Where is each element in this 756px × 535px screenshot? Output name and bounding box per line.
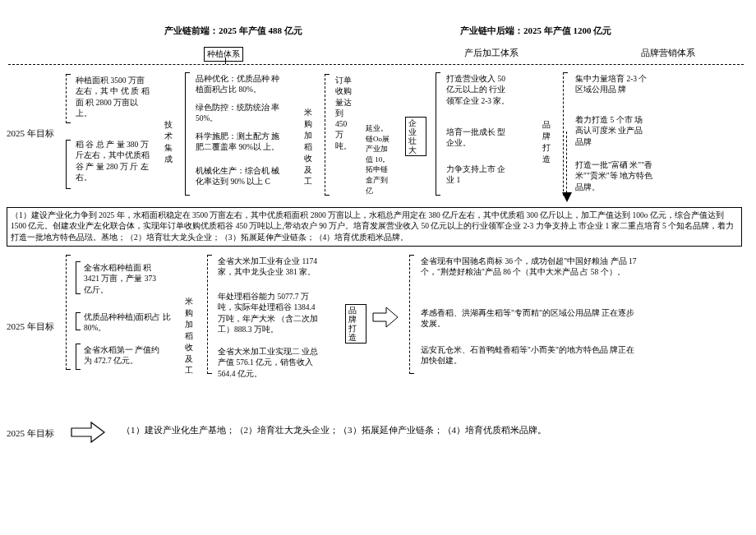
primary-value: 全省水稻第一 产值约为 472.7 亿元。 (84, 345, 166, 367)
regional-brand: 集中力量培育 2-3 个区域公用品 牌 (575, 74, 649, 96)
bracket-icon (563, 72, 568, 196)
mid-chain-title: 产业链中后端：2025 年产值 1200 亿元 (460, 25, 611, 37)
dashed-line (566, 131, 567, 197)
bracket-icon (66, 140, 71, 189)
top-horizontal-divider (8, 64, 744, 65)
arrow-right-icon (371, 306, 399, 329)
arrow-down-icon (562, 192, 572, 202)
processing-value: 全省大米加工业实现二 业总产值 576.1 亿元，销售收入 564.4 亿元。 (218, 347, 323, 380)
processing-capacity: 年处理稻谷能力 5077.7 万吨，实际年处理稻谷 1384.4 万吨，年产大米… (218, 292, 323, 335)
rice-purchase-col-2: 米购加稻收及工 (185, 296, 196, 376)
bracket-icon (436, 72, 440, 196)
front-chain-title: 产业链前端：2025 年产值 488 亿元 (164, 25, 302, 37)
bottom-tasks: （1）建设产业化生产基地；（2）培育壮大龙头企业；（3）拓展延伸产业链条；（4）… (122, 424, 582, 436)
mechanization: 机械化生产：综合机 械化率达到 90% 以上 C (196, 166, 286, 188)
regional-brand-status: 孝感香稻、洪湖再生稻等"专而精"的区域公用品牌 正在逐步发展。 (421, 308, 643, 330)
rice-purchase-col: 米购加稻收及工 (304, 107, 316, 187)
post-process-system: 产后加工体系 (464, 47, 519, 59)
trademark-status: 全省现有中国驰名商标 36 个，成功创超"中国好粮油 产品 17 个，"荆楚好粮… (421, 256, 643, 279)
green-control: 绿色防控：统防统治 率 50%。 (196, 103, 286, 125)
bracket-icon (66, 255, 71, 370)
variety-optimization: 品种优化：优质品种 种植面积占比 80%。 (196, 74, 286, 96)
local-brand-status: 远安瓦仓米、石首鸭蛙香稻等"小而美"的地方特色品 牌正在加快创建。 (421, 345, 643, 367)
quality-ratio: 优质品种种植)面积占 比 80%。 (84, 312, 174, 334)
planting-area-target: 种植面积 3500 万亩左右，其 中 优 质 稻 面 积 2800 万亩以上。 (76, 76, 150, 119)
planting-system-box: 种植体系 (204, 47, 243, 62)
enterprise-growth-box: 企业壮大 (405, 117, 426, 156)
brand-system: 品牌营销体系 (641, 47, 695, 59)
tech-integration-label: 技术集成 (164, 119, 176, 165)
current-area: 全省水稻种植面 积 3421 万亩，产量 373 亿斤。 (84, 263, 166, 296)
bracket-icon (207, 255, 212, 374)
svg-marker-0 (562, 192, 572, 202)
row-label-2: 2025 年目标 (7, 321, 54, 333)
arrow-right-icon (70, 421, 106, 444)
order-purchase: 订单收购量达到 450 万吨。 (335, 76, 353, 152)
bracket-icon (325, 74, 330, 196)
row-label-3: 2025 年目标 (7, 427, 54, 440)
row-label-1: 2025 年目标 (7, 127, 54, 140)
bracket-icon (76, 344, 81, 370)
bracket-icon (76, 261, 81, 294)
summary-box: （1）建设产业化力争到 2025 年，水稻面积稳定在 3500 万亩左右，其中优… (7, 207, 742, 247)
scientific-fertilizer: 科学施肥：测土配方 施肥二覆盖率 90%以 上。 (196, 131, 286, 154)
conn-line (225, 58, 226, 64)
extend-chain: 延业。链Oo展产业加值 10。拓申链盒产到亿 (366, 123, 390, 196)
listed-enterprise: 力争支持上市 企业 1 (446, 164, 512, 187)
growing-enterprise: 培育一批成长 型企业。 (446, 127, 512, 150)
rice-output-target: 稻 谷 总 产 量 380 万斤左右，其中优质稻谷 产 量 280 万 斤 左右… (76, 140, 150, 183)
processing-enterprises: 全省大米加工业有企业 1174 家，其中龙头企业 381 家。 (218, 256, 323, 279)
leading-enterprise: 打造营业收入 50 亿元以上的 行业领军企业 2-3 家。 (446, 74, 512, 107)
brand-build-col: 品牌打造 (542, 119, 554, 165)
bracket-icon (66, 74, 71, 123)
product-brand: 着力打造 5 个市 场高认可度米 业产品品牌 (575, 115, 649, 148)
brand-build-box-2: 品牌打造 (345, 304, 366, 344)
bracket-icon (185, 72, 190, 196)
bracket-icon (409, 255, 414, 374)
local-brand: 打造一批"富硒 米""香 米""贡米"等 地方特色品牌。 (575, 160, 653, 193)
bracket-icon (76, 312, 81, 330)
